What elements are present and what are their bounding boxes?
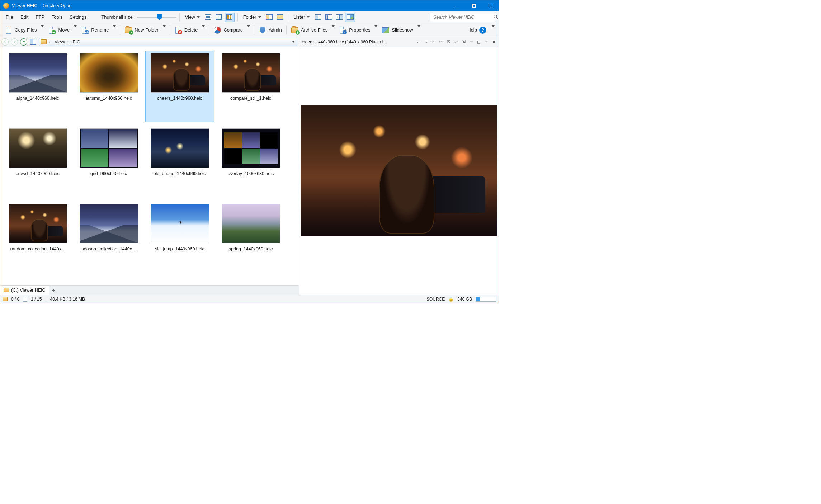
view-details-button[interactable]: [203, 13, 213, 22]
folder-dual-button[interactable]: [275, 13, 285, 22]
thumbnail-label: alpha_1440x960.heic: [16, 96, 59, 101]
thumbnail-item[interactable]: random_collection_1440x...: [3, 201, 72, 273]
thumbnail-item[interactable]: compare_still_1.heic: [216, 51, 285, 122]
location-bar: 〉 Viewer HEIC cheers_1440x960.heic (1440…: [0, 37, 499, 47]
thumbnail-label: grid_960x640.heic: [90, 171, 127, 176]
slideshow-button[interactable]: Slideshow: [379, 25, 415, 36]
delete-button[interactable]: ✕Delete: [172, 25, 200, 36]
thumbnail-item[interactable]: alpha_1440x960.heic: [3, 51, 72, 122]
folder-tree-button[interactable]: [264, 13, 274, 22]
slideshow-dropdown[interactable]: [416, 26, 422, 34]
menu-file[interactable]: File: [3, 13, 16, 21]
new-folder-button[interactable]: +New Folder: [122, 25, 160, 36]
view-dropdown[interactable]: View: [183, 13, 202, 21]
thumbnail-label: ski_jump_1440x960.heic: [155, 246, 204, 251]
delete-dropdown[interactable]: [200, 26, 207, 34]
folder-tabs: (C:) Viewer HEIC +: [0, 285, 299, 295]
new-tab-button[interactable]: +: [49, 286, 58, 295]
minimize-button[interactable]: [449, 0, 466, 11]
lister-meta-button[interactable]: [334, 13, 344, 22]
search-input[interactable]: [430, 15, 493, 20]
fullscreen-button[interactable]: ◻: [476, 39, 482, 45]
move-button[interactable]: ➜Move: [46, 25, 72, 36]
menu-tools[interactable]: Tools: [48, 13, 66, 21]
admin-button[interactable]: Admin: [256, 25, 284, 36]
rename-button[interactable]: abRename: [79, 25, 111, 36]
prev-image-button[interactable]: ←: [415, 39, 422, 45]
thumbnail-item[interactable]: grid_960x640.heic: [74, 126, 143, 198]
compare-dropdown[interactable]: [245, 26, 252, 34]
lister-dual-button[interactable]: [324, 13, 334, 22]
menu-ftp[interactable]: FTP: [32, 13, 48, 21]
zoom-out-button[interactable]: ⇲: [461, 39, 467, 45]
thumbnail-item[interactable]: spring_1440x960.heic: [216, 201, 285, 273]
thumbnail-item[interactable]: autumn_1440x960.heic: [74, 51, 143, 122]
new-folder-dropdown[interactable]: [161, 26, 167, 34]
archive-files-dropdown[interactable]: [330, 26, 336, 34]
thumbnail-label: compare_still_1.heic: [230, 96, 271, 101]
thumbnail-image: [9, 53, 67, 93]
thumbnail-item[interactable]: crowd_1440x960.heic: [3, 126, 72, 198]
breadcrumb[interactable]: Viewer HEIC: [55, 39, 80, 44]
menubar: File Edit FTP Tools Settings Thumbnail s…: [0, 11, 499, 23]
thumbnail-image: [151, 53, 209, 93]
lister-viewer-button[interactable]: [345, 13, 355, 22]
toolbar: Copy Files ➜Move abRename +New Folder ✕D…: [0, 23, 499, 37]
close-preview-button[interactable]: ✕: [491, 39, 497, 45]
copy-files-button[interactable]: Copy Files: [3, 25, 39, 36]
folder-tab[interactable]: (C:) Viewer HEIC: [0, 286, 49, 295]
status-hidden-count: 0 / 0: [11, 297, 19, 302]
thumbnail-size-slider[interactable]: [137, 14, 176, 20]
zoom-reset-button[interactable]: ⤢: [453, 39, 459, 45]
move-dropdown[interactable]: [72, 26, 79, 34]
view-list-button[interactable]: [214, 13, 224, 22]
rename-dropdown[interactable]: [111, 26, 118, 34]
menu-button[interactable]: ≡: [483, 39, 490, 45]
file-panel: alpha_1440x960.heicautumn_1440x960.heicc…: [0, 47, 299, 295]
thumbnail-item[interactable]: ski_jump_1440x960.heic: [145, 201, 214, 273]
thumbnail-grid[interactable]: alpha_1440x960.heicautumn_1440x960.heicc…: [0, 47, 299, 285]
path-dropdown-icon[interactable]: [292, 41, 295, 43]
thumbnail-item[interactable]: old_bridge_1440x960.heic: [145, 126, 214, 198]
copy-files-dropdown[interactable]: [39, 26, 46, 34]
view-thumbnails-button[interactable]: [225, 13, 235, 22]
menu-settings[interactable]: Settings: [66, 13, 90, 21]
next-image-button[interactable]: →: [423, 39, 429, 45]
thumbnail-item[interactable]: cheers_1440x960.heic: [145, 51, 214, 122]
zoom-in-button[interactable]: ⇱: [445, 39, 452, 45]
close-button[interactable]: [482, 0, 499, 11]
path-bar[interactable]: 〉 Viewer HEIC: [39, 38, 297, 46]
caret-icon: [197, 16, 200, 18]
thumbnail-image: [222, 128, 280, 168]
nav-up-button[interactable]: [19, 37, 28, 47]
thumbnail-image: [222, 53, 280, 93]
file-icon: [23, 297, 27, 302]
lister-dropdown[interactable]: Lister: [291, 13, 312, 21]
search-box[interactable]: [430, 13, 496, 22]
lister-single-button[interactable]: [313, 13, 323, 22]
help-dropdown[interactable]: [490, 26, 496, 34]
folder-icon: [41, 39, 47, 44]
search-icon[interactable]: [493, 14, 499, 20]
nav-tree-toggle[interactable]: [28, 37, 38, 47]
window-title: Viewer HEIC - Directory Opus: [12, 3, 71, 8]
thumbnail-item[interactable]: overlay_1000x680.heic: [216, 126, 285, 198]
nav-forward-button[interactable]: [10, 37, 19, 47]
rotate-left-button[interactable]: ↶: [430, 39, 437, 45]
thumbnail-label: cheers_1440x960.heic: [157, 96, 202, 101]
menu-edit[interactable]: Edit: [17, 13, 32, 21]
preview-image: [301, 105, 497, 236]
archive-files-button[interactable]: ➜Archive Files: [289, 25, 330, 36]
fit-button[interactable]: ▭: [468, 39, 475, 45]
help-button[interactable]: Help?: [465, 25, 489, 36]
compare-button[interactable]: Compare: [211, 25, 245, 36]
nav-back-button[interactable]: [0, 37, 10, 47]
preview-canvas[interactable]: [299, 47, 499, 295]
properties-dropdown[interactable]: [373, 26, 379, 34]
rotate-right-button[interactable]: ↷: [438, 39, 444, 45]
thumbnail-image: [80, 204, 138, 243]
maximize-button[interactable]: [466, 0, 482, 11]
properties-button[interactable]: iProperties: [337, 25, 372, 36]
thumbnail-item[interactable]: season_collection_1440x...: [74, 201, 143, 273]
folder-dropdown[interactable]: Folder: [241, 13, 264, 21]
